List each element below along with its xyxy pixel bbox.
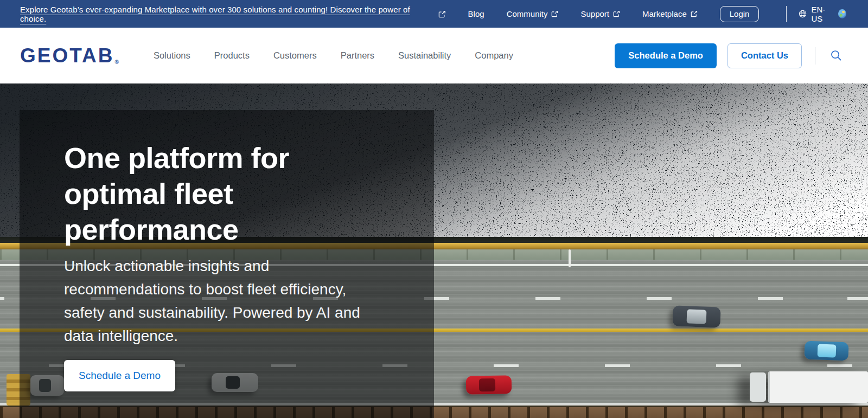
topbar-link-label: Blog xyxy=(468,9,484,18)
navbar-divider xyxy=(815,47,815,65)
external-link-icon xyxy=(551,10,558,17)
nav-item-customers[interactable]: Customers xyxy=(273,50,317,61)
schedule-demo-button[interactable]: Schedule a Demo xyxy=(615,43,717,68)
login-button[interactable]: Login xyxy=(720,6,760,22)
announcement-link[interactable]: Explore Geotab’s ever-expanding Marketpl… xyxy=(20,5,446,23)
car-windshield xyxy=(818,344,837,357)
hero-description: Unlock actionable insights and recommend… xyxy=(64,254,390,348)
external-link-icon xyxy=(613,10,620,17)
search-button[interactable] xyxy=(828,48,844,63)
locale-selector[interactable]: EN-US xyxy=(799,5,846,23)
truck-trailer xyxy=(768,371,868,403)
car-cyan xyxy=(804,341,848,361)
topbar-link-label: Support xyxy=(580,9,609,18)
hero-schedule-demo-button[interactable]: Schedule a Demo xyxy=(64,360,175,391)
car-red xyxy=(466,375,512,394)
hero-content: One platform for optimal fleet performan… xyxy=(64,140,390,391)
geotab-homepage: Explore Geotab’s ever-expanding Marketpl… xyxy=(0,0,868,418)
main-navbar: GEOTAB ® Solutions Products Customers Pa… xyxy=(0,28,868,83)
topbar-divider xyxy=(786,6,787,22)
topbar-link-support[interactable]: Support xyxy=(580,9,620,18)
hero-heading: One platform for optimal fleet performan… xyxy=(64,140,324,247)
car-dark-gray xyxy=(672,305,720,327)
car-windshield xyxy=(687,309,707,324)
nav-item-solutions[interactable]: Solutions xyxy=(154,50,190,61)
topbar-link-blog[interactable]: Blog xyxy=(468,9,484,18)
topbar-link-label: Marketplace xyxy=(642,9,687,18)
lamp-post xyxy=(569,249,571,267)
registered-mark: ® xyxy=(115,59,119,65)
primary-nav: Solutions Products Customers Partners Su… xyxy=(154,50,513,61)
contact-us-button[interactable]: Contact Us xyxy=(727,43,802,68)
search-icon xyxy=(831,50,842,61)
locale-label: EN-US xyxy=(811,5,833,23)
topbar-links: Blog Community Support Marketplace xyxy=(446,5,846,23)
navbar-actions: Schedule a Demo Contact Us xyxy=(615,43,844,68)
truck-white xyxy=(750,371,868,403)
announcement-bar: Explore Geotab’s ever-expanding Marketpl… xyxy=(0,0,868,28)
earth-emoji-icon xyxy=(838,9,846,18)
topbar-link-label: Community xyxy=(507,9,548,18)
external-link-icon xyxy=(438,10,446,18)
geotab-logo[interactable]: GEOTAB ® xyxy=(20,46,119,66)
nav-item-partners[interactable]: Partners xyxy=(341,50,374,61)
truck-cab xyxy=(750,372,766,402)
logo-text: GEOTAB xyxy=(20,46,114,66)
car-windshield xyxy=(479,378,495,392)
hero-section: One platform for optimal fleet performan… xyxy=(0,83,868,418)
nav-item-company[interactable]: Company xyxy=(475,50,513,61)
globe-icon xyxy=(799,9,807,18)
announcement-text: Explore Geotab’s ever-expanding Marketpl… xyxy=(20,5,433,23)
topbar-link-marketplace[interactable]: Marketplace xyxy=(642,9,698,18)
nav-item-sustainability[interactable]: Sustainability xyxy=(398,50,451,61)
nav-item-products[interactable]: Products xyxy=(214,50,250,61)
external-link-icon xyxy=(691,10,698,17)
topbar-link-community[interactable]: Community xyxy=(507,9,559,18)
